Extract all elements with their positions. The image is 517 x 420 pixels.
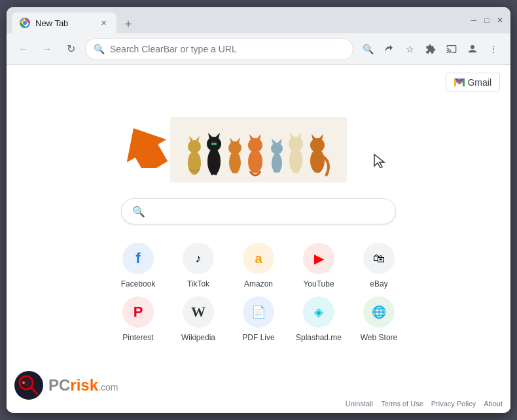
close-button[interactable]: ✕ [495, 15, 505, 26]
svg-point-34 [273, 161, 277, 173]
search-box[interactable]: 🔍 [121, 198, 396, 224]
amazon-label: Amazon [244, 279, 273, 289]
forward-button[interactable]: → [38, 40, 56, 58]
tab-area: New Tab ✕ + [12, 7, 466, 33]
cast-button[interactable] [442, 40, 461, 58]
pinterest-icon: P [122, 296, 154, 328]
svg-marker-4 [114, 117, 177, 168]
svg-point-19 [214, 143, 217, 145]
cat-image [170, 117, 347, 183]
shortcut-wikipedia[interactable]: W Wikipedia [172, 296, 224, 342]
tab-close-button[interactable]: ✕ [98, 18, 109, 28]
svg-point-37 [289, 137, 303, 151]
shortcut-pinterest[interactable]: P Pinterest [112, 296, 164, 342]
amazon-icon: a [243, 243, 274, 274]
svg-point-25 [235, 159, 239, 173]
tab-favicon [20, 18, 30, 28]
footer-privacy[interactable]: Privacy Policy [431, 400, 476, 408]
footer: Uninstall Terms of Use Privacy Policy Ab… [346, 400, 503, 408]
svg-point-27 [248, 138, 262, 152]
footer-uninstall[interactable]: Uninstall [346, 400, 373, 408]
svg-point-26 [248, 150, 262, 173]
window-controls: ─ □ ✕ [469, 15, 505, 26]
footer-terms[interactable]: Terms of Use [381, 400, 423, 408]
profile-button[interactable] [463, 40, 482, 58]
svg-point-43 [310, 138, 325, 152]
search-web-button[interactable]: 🔍 [359, 40, 377, 58]
share-button[interactable] [380, 40, 398, 58]
gmail-label: Gmail [467, 77, 491, 88]
tiktok-icon: ♪ [183, 243, 214, 274]
svg-point-24 [231, 159, 235, 173]
svg-point-7 [188, 140, 201, 153]
search-icon: 🔍 [94, 44, 105, 54]
address-input[interactable] [110, 44, 345, 54]
shortcut-webstore[interactable]: 🌐 Web Store [353, 296, 405, 342]
svg-point-52 [22, 381, 25, 384]
svg-point-17 [214, 157, 218, 175]
svg-point-36 [289, 148, 302, 173]
svg-point-30 [272, 153, 282, 173]
pcrisk-risk: risk [70, 376, 98, 394]
shortcut-youtube[interactable]: ▶ YouTube [293, 243, 345, 289]
pdflive-icon: 📄 [243, 296, 274, 328]
webstore-label: Web Store [361, 333, 397, 342]
pinterest-label: Pinterest [122, 333, 153, 342]
webstore-icon: 🌐 [363, 296, 395, 328]
extensions-button[interactable] [421, 40, 440, 58]
search-input[interactable] [152, 206, 385, 217]
ebay-label: eBay [370, 279, 387, 289]
svg-point-18 [211, 143, 214, 145]
reload-button[interactable]: ↻ [62, 40, 80, 58]
wikipedia-label: Wikipedia [181, 333, 215, 342]
splashad-label: Splashad.me [296, 333, 342, 342]
new-tab-button[interactable]: + [119, 15, 137, 33]
pdflive-label: PDF Live [242, 333, 274, 342]
gmail-button[interactable]: Gmail [446, 73, 500, 92]
splashad-icon: ◈ [303, 296, 334, 328]
tiktok-label: TikTok [187, 279, 209, 289]
shortcut-amazon[interactable]: a Amazon [232, 243, 285, 289]
menu-button[interactable]: ⋮ [484, 40, 503, 58]
svg-point-35 [277, 161, 281, 173]
active-tab[interactable]: New Tab ✕ [12, 12, 116, 33]
shortcuts-grid: f Facebook ♪ TikTok a Amazon ▶ Yo [101, 243, 416, 342]
svg-point-20 [229, 151, 241, 173]
shortcut-tiktok[interactable]: ♪ TikTok [172, 243, 224, 289]
pcrisk-com: .com [98, 382, 118, 393]
shortcut-pdflive[interactable]: 📄 PDF Live [232, 296, 285, 342]
maximize-button[interactable]: □ [482, 15, 492, 26]
shortcut-facebook[interactable]: f Facebook [112, 243, 164, 289]
minimize-button[interactable]: ─ [469, 15, 479, 26]
svg-point-2 [471, 45, 474, 49]
svg-point-40 [292, 156, 296, 173]
pcrisk-pc: PC [48, 376, 70, 394]
back-button[interactable]: ← [14, 40, 33, 58]
toolbar-actions: 🔍 ☆ ⋮ [359, 40, 503, 58]
shortcut-ebay[interactable]: 🛍 eBay [353, 243, 405, 289]
address-bar[interactable]: 🔍 [85, 38, 353, 60]
youtube-icon: ▶ [303, 243, 334, 274]
svg-point-21 [228, 141, 241, 154]
svg-point-31 [271, 143, 283, 154]
svg-point-12 [207, 149, 221, 175]
svg-point-47 [317, 160, 321, 173]
svg-point-1 [23, 21, 27, 25]
toolbar: ← → ↻ 🔍 🔍 ☆ [7, 33, 510, 65]
svg-point-16 [210, 157, 214, 175]
bookmark-button[interactable]: ☆ [401, 40, 419, 58]
footer-about[interactable]: About [484, 400, 503, 408]
facebook-icon: f [122, 243, 154, 274]
svg-point-41 [296, 156, 300, 173]
pcrisk-text: PCrisk.com [48, 376, 118, 394]
shortcut-splashad[interactable]: ◈ Splashad.me [293, 296, 345, 342]
tab-title: New Tab [35, 18, 93, 28]
search-icon: 🔍 [132, 205, 145, 218]
svg-point-42 [310, 149, 325, 173]
page-content: Gmail [7, 65, 510, 413]
pcrisk-watermark: PCrisk.com [14, 371, 118, 400]
svg-point-46 [313, 160, 317, 173]
youtube-label: YouTube [303, 279, 334, 289]
wikipedia-icon: W [183, 296, 214, 328]
title-bar: New Tab ✕ + ─ □ ✕ [7, 7, 510, 33]
